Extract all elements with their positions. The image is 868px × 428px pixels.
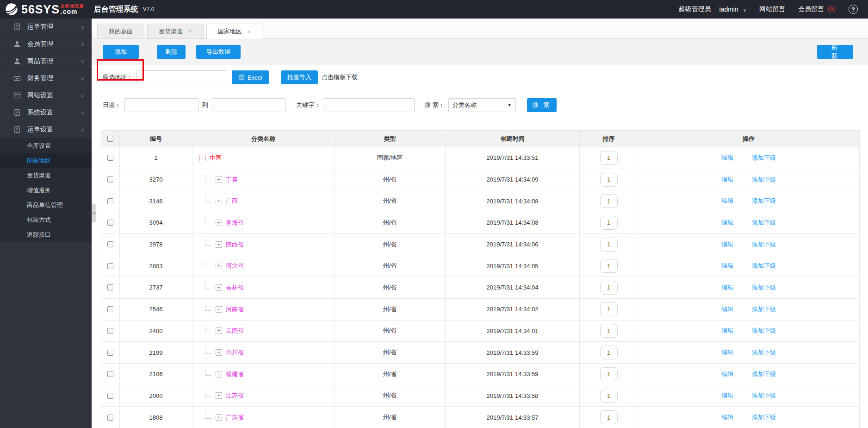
sort-input[interactable]: 1 <box>600 238 618 252</box>
tab-active[interactable]: 国家地区× <box>206 24 263 39</box>
category-link[interactable]: 福建省 <box>226 370 244 378</box>
export-data-button[interactable]: 导出数据 <box>196 45 241 59</box>
sidebar-item[interactable]: 财务管理∨ <box>0 70 92 87</box>
user-menu[interactable]: iadmin ∨ <box>719 6 746 13</box>
add-child-link[interactable]: 添加下级 <box>752 219 776 227</box>
sort-input[interactable]: 1 <box>600 346 618 359</box>
row-checkbox[interactable] <box>107 371 113 377</box>
add-child-link[interactable]: 添加下级 <box>752 176 776 184</box>
expand-node-icon[interactable]: + <box>216 220 222 226</box>
refresh-button[interactable]: 刷 新 <box>817 45 853 59</box>
expand-node-icon[interactable]: + <box>216 176 222 183</box>
member-messages-link[interactable]: 会员留言 (5) <box>798 5 836 13</box>
row-checkbox[interactable] <box>107 263 113 269</box>
category-link[interactable]: 广西 <box>226 197 238 205</box>
row-checkbox[interactable] <box>107 176 113 183</box>
edit-link[interactable]: 编辑 <box>721 327 733 335</box>
filter-address-input[interactable] <box>136 70 227 84</box>
date-from-input[interactable] <box>124 98 198 112</box>
select-all-checkbox[interactable] <box>107 136 113 142</box>
sort-input[interactable]: 1 <box>600 281 618 295</box>
row-checkbox[interactable] <box>107 328 113 334</box>
category-link[interactable]: 青海省 <box>226 219 244 227</box>
help-icon[interactable]: ? <box>849 5 858 14</box>
category-link[interactable]: 陕西省 <box>226 240 244 249</box>
edit-link[interactable]: 编辑 <box>721 262 733 270</box>
row-checkbox[interactable] <box>107 198 113 204</box>
expand-node-icon[interactable]: + <box>216 371 222 378</box>
add-child-link[interactable]: 添加下级 <box>752 305 776 314</box>
sidebar-subitem[interactable]: 仓库设置 <box>0 138 92 153</box>
edit-link[interactable]: 编辑 <box>721 370 733 378</box>
add-child-link[interactable]: 添加下级 <box>752 327 776 335</box>
sidebar-subitem[interactable]: 包装方式 <box>0 213 92 227</box>
sidebar-collapse-handle[interactable]: ◄ <box>92 204 96 222</box>
sidebar-item[interactable]: 系统设置∨ <box>0 104 92 121</box>
edit-link[interactable]: 编辑 <box>721 240 733 249</box>
edit-link[interactable]: 编辑 <box>721 176 733 184</box>
row-checkbox[interactable] <box>107 393 113 399</box>
sort-input[interactable]: 1 <box>600 151 618 165</box>
row-checkbox[interactable] <box>107 415 113 421</box>
expand-node-icon[interactable]: + <box>216 349 222 356</box>
add-child-link[interactable]: 添加下级 <box>752 370 776 378</box>
edit-link[interactable]: 编辑 <box>721 305 733 314</box>
collapse-node-icon[interactable]: − <box>199 155 206 161</box>
keyword-input[interactable] <box>324 98 415 112</box>
edit-link[interactable]: 编辑 <box>721 348 733 357</box>
sort-input[interactable]: 1 <box>600 259 618 273</box>
sort-input[interactable]: 1 <box>600 173 618 187</box>
add-child-link[interactable]: 添加下级 <box>752 391 776 400</box>
category-link[interactable]: 云南省 <box>226 327 244 335</box>
sidebar-item[interactable]: 运单管理∨ <box>0 19 92 36</box>
edit-link[interactable]: 编辑 <box>721 283 733 292</box>
expand-node-icon[interactable]: + <box>216 327 222 334</box>
sort-input[interactable]: 1 <box>600 324 618 338</box>
add-child-link[interactable]: 添加下级 <box>752 240 776 249</box>
row-checkbox[interactable] <box>107 350 113 356</box>
row-checkbox[interactable] <box>107 220 113 226</box>
category-link[interactable]: 四川省 <box>226 348 244 357</box>
close-icon[interactable]: × <box>248 29 251 35</box>
sidebar-subitem[interactable]: 国家地区 <box>0 153 92 168</box>
sidebar-subitem[interactable]: 商品单位管理 <box>0 198 92 213</box>
edit-link[interactable]: 编辑 <box>721 197 733 205</box>
batch-import-button[interactable]: 批量导入 <box>281 70 318 84</box>
sort-input[interactable]: 1 <box>600 216 618 230</box>
category-link[interactable]: 宁夏 <box>226 176 238 184</box>
template-download-link[interactable]: 点击模板下载 <box>322 73 358 82</box>
sidebar-item[interactable]: 运单设置∧ <box>0 121 92 138</box>
sort-input[interactable]: 1 <box>600 194 618 208</box>
expand-node-icon[interactable]: + <box>216 392 222 399</box>
sidebar-subitem[interactable]: 增值服务 <box>0 183 92 198</box>
search-field-select[interactable]: 分类名称 ▼ <box>448 98 516 112</box>
add-button[interactable]: 添加 <box>103 45 139 59</box>
category-link[interactable]: 吉林省 <box>226 283 244 292</box>
close-icon[interactable]: × <box>188 28 192 34</box>
row-checkbox[interactable] <box>107 306 113 312</box>
excel-button[interactable]: Excel <box>232 70 269 84</box>
sort-input[interactable]: 1 <box>600 410 618 424</box>
expand-node-icon[interactable]: + <box>216 284 222 291</box>
category-link[interactable]: 江苏省 <box>226 391 244 400</box>
add-child-link[interactable]: 添加下级 <box>752 413 776 422</box>
date-to-input[interactable] <box>212 98 286 112</box>
category-link[interactable]: 河南省 <box>226 305 244 314</box>
edit-link[interactable]: 编辑 <box>721 413 733 422</box>
category-link[interactable]: 中国 <box>210 154 222 162</box>
edit-link[interactable]: 编辑 <box>721 391 733 400</box>
search-button[interactable]: 搜 索 <box>527 98 557 112</box>
row-checkbox[interactable] <box>107 155 113 161</box>
edit-link[interactable]: 编辑 <box>721 219 733 227</box>
sort-input[interactable]: 1 <box>600 367 618 381</box>
expand-node-icon[interactable]: + <box>216 263 222 269</box>
add-child-link[interactable]: 添加下级 <box>752 283 776 292</box>
delete-button[interactable]: 删除 <box>157 45 186 59</box>
expand-node-icon[interactable]: + <box>216 198 222 204</box>
row-checkbox[interactable] <box>107 284 113 290</box>
site-messages-link[interactable]: 网站留言 <box>759 5 785 13</box>
tab-item[interactable]: 发货渠道× <box>147 24 204 38</box>
sidebar-item[interactable]: 商品管理∨ <box>0 53 92 70</box>
sidebar-subitem[interactable]: 发货渠道 <box>0 168 92 183</box>
sidebar-item[interactable]: 网站设置∨ <box>0 87 92 104</box>
